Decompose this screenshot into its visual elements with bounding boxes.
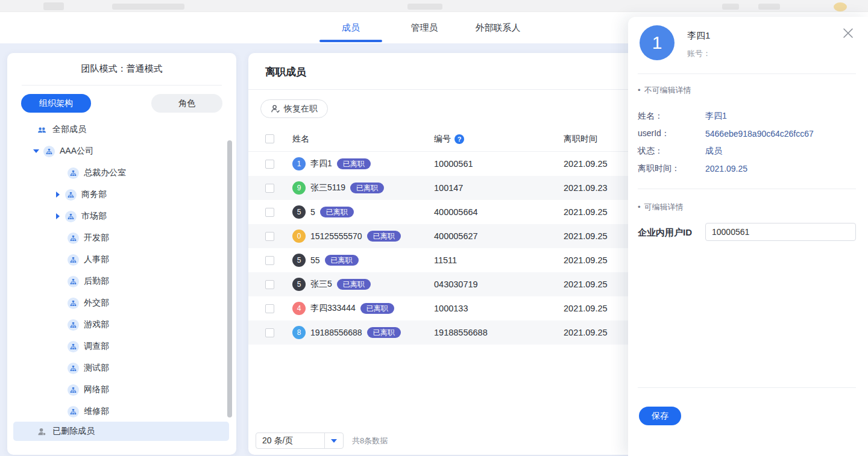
pagination-bar: 20 条/页 共8条数据 (256, 433, 388, 449)
internal-user-id-input[interactable] (705, 223, 856, 241)
account-label: 账号： (687, 48, 711, 59)
org-icon (68, 384, 79, 396)
tree-item-label: 游戏部 (84, 319, 109, 330)
status-badge: 已离职 (320, 207, 354, 217)
ghost-center-text (407, 4, 442, 10)
tree-item-label: 后勤部 (84, 276, 109, 287)
org-tree: 全部成员AAA公司总裁办公室商务部市场部开发部人事部后勤部外交部游戏部调查部测试… (7, 119, 229, 422)
total-count-label: 共8条数据 (352, 436, 388, 446)
background-app-header (0, 0, 868, 12)
sidebar-item-市场部[interactable]: 市场部 (7, 205, 229, 227)
field-label: userId： (638, 128, 705, 139)
save-button[interactable]: 保存 (639, 407, 681, 425)
tree-item-label: 人事部 (84, 254, 109, 265)
field-label: 状态： (638, 146, 705, 157)
detail-field-row: userId：5466ebe918a90c64c26fcc67 (638, 125, 856, 142)
avatar: 5 (292, 254, 306, 267)
page-size-select[interactable]: 20 条/页 (256, 433, 344, 449)
avatar: 1 (292, 157, 306, 170)
status-badge: 已离职 (367, 327, 401, 338)
member-name: 张三5 (310, 279, 332, 290)
sidebar-item-外交部[interactable]: 外交部 (7, 292, 229, 314)
field-value: 2021.09.25 (705, 164, 747, 173)
tab-外部联系人[interactable]: 外部联系人 (467, 12, 529, 43)
sidebar-scrollbar[interactable] (227, 140, 232, 417)
org-icon (68, 406, 79, 417)
tree-item-label: 总裁办公室 (84, 167, 126, 178)
sidebar-item-人事部[interactable]: 人事部 (7, 249, 229, 270)
sidebar-item-调查部[interactable]: 调查部 (7, 336, 229, 357)
tree-item-label: 外交部 (84, 298, 109, 308)
status-badge: 已离职 (337, 279, 371, 290)
sidebar-item-AAA公司[interactable]: AAA公司 (7, 140, 229, 162)
member-name: 李四333444 (310, 303, 356, 314)
sidebar-item-维修部[interactable]: 维修部 (7, 401, 229, 422)
page-size-value: 20 条/页 (256, 436, 324, 446)
row-checkbox[interactable] (265, 160, 274, 169)
row-checkbox[interactable] (265, 208, 274, 217)
member-name: 15125555570 (310, 231, 362, 241)
ghost-logo (43, 2, 64, 10)
row-checkbox[interactable] (265, 328, 274, 337)
member-name: 5 (310, 207, 315, 217)
readonly-section-title: 不可编辑详情 (638, 85, 691, 96)
org-icon (65, 189, 77, 201)
role-button[interactable]: 角色 (151, 94, 222, 113)
member-number: 19188556688 (434, 328, 564, 337)
deleted-user-icon (36, 426, 48, 437)
readonly-fields: 姓名：李四1userId：5466ebe918a90c64c26fcc67状态：… (638, 107, 856, 177)
sidebar-item-后勤部[interactable]: 后勤部 (7, 270, 229, 292)
row-checkbox[interactable] (265, 256, 274, 265)
member-number: 1000133 (434, 304, 564, 313)
col-header-name: 姓名 (292, 134, 309, 145)
row-checkbox[interactable] (265, 280, 274, 289)
sidebar-item-商务部[interactable]: 商务部 (7, 184, 229, 205)
tree-item-label: 维修部 (84, 406, 109, 417)
avatar: 5 (292, 205, 306, 219)
row-checkbox[interactable] (265, 184, 274, 193)
tab-管理员[interactable]: 管理员 (393, 12, 456, 43)
chevron-right-icon[interactable] (53, 213, 63, 219)
sidebar-item-测试部[interactable]: 测试部 (7, 357, 229, 379)
help-icon[interactable]: ? (454, 134, 464, 144)
active-tab-underline (319, 40, 382, 42)
member-number: 10000561 (434, 159, 564, 169)
close-icon[interactable] (841, 27, 855, 40)
avatar: 9 (292, 181, 306, 195)
member-detail-drawer: 1 李四1 账号： 不可编辑详情 姓名：李四1userId：5466ebe918… (628, 17, 868, 456)
org-sidebar-card: 团队模式：普通模式 组织架构 角色 全部成员AAA公司总裁办公室商务部市场部开发… (7, 53, 236, 455)
member-number: 043030719 (434, 280, 564, 289)
chevron-right-icon[interactable] (53, 192, 63, 198)
restore-employment-button[interactable]: 恢复在职 (260, 99, 328, 118)
status-badge: 已离职 (367, 231, 401, 242)
detail-field-row: 状态：成员 (638, 142, 856, 160)
team-mode-title: 团队模式：普通模式 (7, 53, 236, 75)
tree-item-label: 测试部 (84, 363, 109, 373)
member-name: 李四1 (687, 30, 710, 42)
ghost-link (722, 4, 739, 10)
sidebar-item-全部成员[interactable]: 全部成员 (7, 119, 229, 140)
sidebar-item-网络部[interactable]: 网络部 (7, 379, 229, 401)
deleted-members-label: 已删除成员 (52, 426, 95, 437)
member-avatar: 1 (640, 25, 675, 60)
org-structure-button[interactable]: 组织架构 (21, 94, 91, 113)
tabs-container: 成员管理员外部联系人 (319, 12, 529, 43)
field-value: 李四1 (705, 111, 727, 122)
tab-成员[interactable]: 成员 (319, 12, 382, 43)
sidebar-item-总裁办公室[interactable]: 总裁办公室 (7, 162, 229, 184)
select-all-checkbox[interactable] (265, 134, 274, 143)
tree-item-label: 网络部 (84, 384, 109, 395)
col-header-number: 编号 (434, 134, 451, 145)
tree-item-label: 全部成员 (52, 124, 86, 135)
row-checkbox[interactable] (265, 304, 274, 313)
chevron-down-icon[interactable] (31, 149, 41, 153)
member-name: 张三5119 (310, 183, 345, 193)
field-value: 成员 (705, 146, 722, 157)
org-icon (68, 167, 79, 179)
status-badge: 已离职 (360, 303, 394, 314)
ghost-title-text (112, 4, 184, 10)
sidebar-item-开发部[interactable]: 开发部 (7, 227, 229, 249)
row-checkbox[interactable] (265, 232, 274, 241)
sidebar-item-游戏部[interactable]: 游戏部 (7, 314, 229, 336)
sidebar-item-deleted-members[interactable]: 已删除成员 (13, 422, 229, 441)
